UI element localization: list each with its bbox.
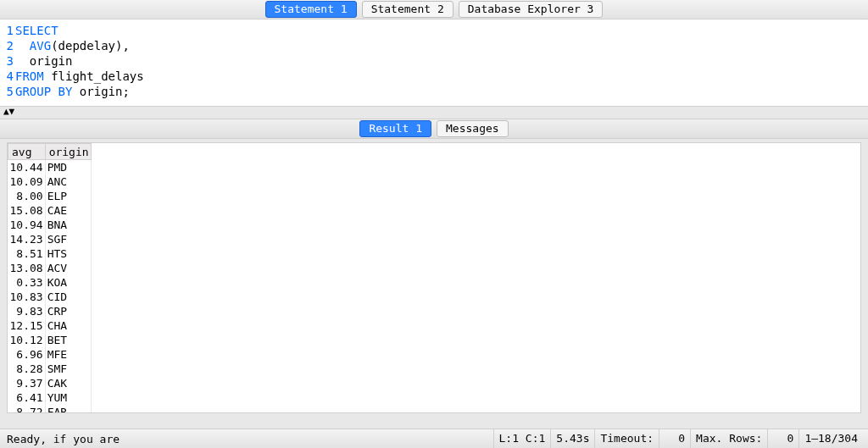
column-header[interactable]: origin: [45, 144, 91, 160]
cell-origin: ACV: [45, 261, 91, 275]
cell-origin: BET: [45, 333, 91, 347]
cell-origin: ELP: [45, 189, 91, 203]
table-row[interactable]: 0.33KOA: [8, 275, 92, 290]
status-cursor: L:1 C:1: [493, 429, 551, 448]
line-number: 5: [0, 84, 15, 99]
table-row[interactable]: 10.94BNA: [8, 218, 92, 232]
cell-origin: KOA: [45, 275, 91, 290]
line-number: 4: [0, 69, 15, 84]
cell-origin: SMF: [45, 362, 91, 376]
status-row-range: 1–18/304: [798, 429, 863, 448]
cell-avg: 10.44: [8, 160, 46, 175]
top-tab[interactable]: Database Explorer 3: [459, 1, 604, 18]
cell-avg: 13.08: [8, 261, 46, 275]
cell-avg: 9.83: [8, 304, 46, 318]
cell-avg: 10.12: [8, 333, 46, 347]
column-header[interactable]: avg: [8, 144, 46, 160]
pane-splitter[interactable]: ▲▼: [0, 107, 868, 119]
editor-line[interactable]: 1SELECT: [0, 23, 868, 38]
cell-avg: 8.51: [8, 246, 46, 261]
status-timeout-label: Timeout:: [594, 429, 659, 448]
table-row[interactable]: 8.28SMF: [8, 362, 92, 376]
cell-avg: 12.15: [8, 318, 46, 333]
code-text[interactable]: AVG(depdelay),: [15, 38, 130, 53]
editor-line[interactable]: 2 AVG(depdelay),: [0, 38, 868, 53]
code-text[interactable]: GROUP BY origin;: [15, 84, 130, 99]
table-row[interactable]: 9.37CAK: [8, 376, 92, 390]
cell-avg: 15.08: [8, 203, 46, 218]
line-number: 1: [0, 23, 15, 38]
table-row[interactable]: 8.00ELP: [8, 189, 92, 203]
cell-avg: 10.94: [8, 218, 46, 232]
cell-avg: 9.37: [8, 376, 46, 390]
cell-origin: CAK: [45, 376, 91, 390]
line-number: 2: [0, 38, 15, 53]
cell-origin: CRP: [45, 304, 91, 318]
code-text[interactable]: FROM flight_delays: [15, 69, 144, 84]
result-tab[interactable]: Messages: [437, 120, 509, 137]
table-row[interactable]: 6.96MFE: [8, 347, 92, 362]
cell-origin: HTS: [45, 246, 91, 261]
cell-origin: CHA: [45, 318, 91, 333]
table-row[interactable]: 15.08CAE: [8, 203, 92, 218]
line-number: 3: [0, 53, 15, 69]
cell-origin: SGF: [45, 232, 91, 246]
cell-origin: BNA: [45, 218, 91, 232]
code-text[interactable]: origin: [15, 53, 72, 69]
status-maxrows-label: Max. Rows:: [690, 429, 767, 448]
table-row[interactable]: 13.08ACV: [8, 261, 92, 275]
status-elapsed: 5.43s: [550, 429, 594, 448]
cell-avg: 10.09: [8, 174, 46, 189]
cell-origin: MFE: [45, 347, 91, 362]
cell-avg: 8.72: [8, 405, 46, 413]
cell-avg: 10.83: [8, 290, 46, 304]
cell-avg: 8.28: [8, 362, 46, 376]
status-maxrows-value[interactable]: 0: [767, 429, 798, 448]
cell-avg: 0.33: [8, 275, 46, 290]
cell-avg: 6.41: [8, 390, 46, 405]
top-tab[interactable]: Statement 2: [362, 1, 453, 18]
sql-editor[interactable]: 1SELECT2 AVG(depdelay),3 origin4FROM fli…: [0, 19, 868, 107]
table-row[interactable]: 12.15CHA: [8, 318, 92, 333]
cell-origin: CID: [45, 290, 91, 304]
cell-origin: PMD: [45, 160, 91, 175]
table-row[interactable]: 10.09ANC: [8, 174, 92, 189]
result-grid-container[interactable]: avgorigin 10.44PMD10.09ANC8.00ELP15.08CA…: [7, 142, 861, 413]
table-row[interactable]: 10.44PMD: [8, 160, 92, 175]
status-bar: Ready, if you are L:1 C:1 5.43s Timeout:…: [0, 429, 868, 448]
editor-line[interactable]: 3 origin: [0, 53, 868, 69]
table-row[interactable]: 14.23SGF: [8, 232, 92, 246]
cell-origin: CAE: [45, 203, 91, 218]
status-message: Ready, if you are: [5, 433, 120, 445]
table-row[interactable]: 8.51HTS: [8, 246, 92, 261]
result-tabbar: Result 1Messages: [0, 119, 868, 139]
table-row[interactable]: 10.12BET: [8, 333, 92, 347]
top-tabbar: Statement 1Statement 2Database Explorer …: [0, 0, 868, 19]
cell-origin: ANC: [45, 174, 91, 189]
result-tab[interactable]: Result 1: [359, 120, 431, 137]
editor-line[interactable]: 5GROUP BY origin;: [0, 84, 868, 99]
cell-origin: YUM: [45, 390, 91, 405]
result-grid: avgorigin 10.44PMD10.09ANC8.00ELP15.08CA…: [8, 143, 92, 413]
cell-avg: 14.23: [8, 232, 46, 246]
table-row[interactable]: 9.83CRP: [8, 304, 92, 318]
table-row[interactable]: 10.83CID: [8, 290, 92, 304]
status-timeout-value[interactable]: 0: [659, 429, 690, 448]
cell-avg: 6.96: [8, 347, 46, 362]
top-tab[interactable]: Statement 1: [265, 1, 357, 18]
cell-avg: 8.00: [8, 189, 46, 203]
table-row[interactable]: 6.41YUM: [8, 390, 92, 405]
cell-origin: FAR: [45, 405, 91, 413]
table-row[interactable]: 8.72FAR: [8, 405, 92, 413]
code-text[interactable]: SELECT: [15, 23, 58, 38]
editor-line[interactable]: 4FROM flight_delays: [0, 69, 868, 84]
